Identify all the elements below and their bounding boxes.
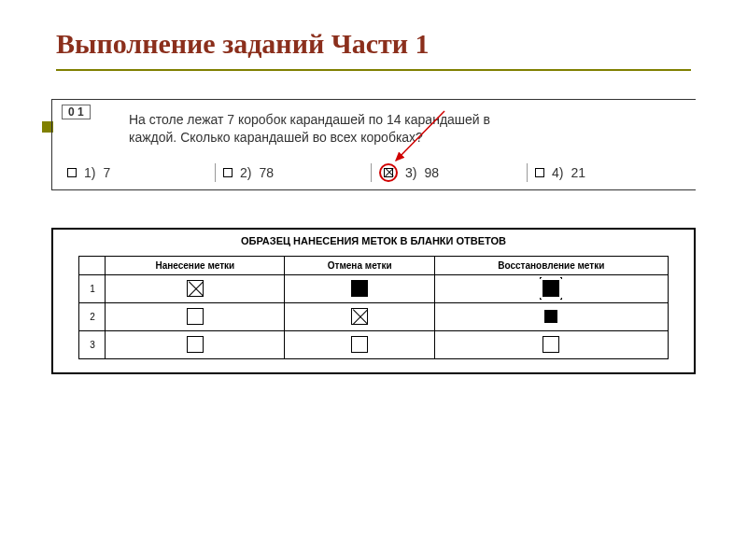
option-1[interactable]: 1) 7 <box>65 163 215 182</box>
option-value: 78 <box>259 165 274 180</box>
option-4[interactable]: 4) 21 <box>527 163 683 182</box>
row-label: 3 <box>79 330 106 358</box>
task-box: 0 1 На столе лежат 7 коробок карандашей … <box>51 99 696 190</box>
option-value: 98 <box>424 165 439 180</box>
option-3[interactable]: 3) 98 <box>371 163 527 182</box>
selected-circle-icon <box>379 163 398 182</box>
option-number: 3) <box>405 165 416 180</box>
sample-box: ОБРАЗЕЦ НАНЕСЕНИЯ МЕТОК В БЛАНКИ ОТВЕТОВ… <box>51 228 696 374</box>
mark-fill-icon <box>351 280 368 297</box>
option-number: 2) <box>240 165 251 180</box>
mark-empty-icon <box>187 336 204 353</box>
mark-fill-icon <box>544 310 557 323</box>
option-number: 1) <box>84 165 95 180</box>
table-row: 3 <box>79 330 668 358</box>
header-empty <box>79 256 106 274</box>
checkbox-icon <box>535 168 544 177</box>
task-number: 0 1 <box>62 105 91 119</box>
header-col3: Восстановление метки <box>435 256 669 274</box>
option-number: 4) <box>552 165 563 180</box>
table-row: 1 <box>79 274 668 302</box>
mark-restore-icon <box>543 280 559 297</box>
page-title: Выполнение заданий Части 1 <box>0 0 747 69</box>
option-value: 21 <box>571 165 585 180</box>
mark-empty-icon <box>543 336 559 353</box>
title-underline <box>56 69 691 71</box>
mark-x-icon <box>187 280 204 297</box>
checkbox-marked-icon <box>384 168 393 177</box>
sample-heading: ОБРАЗЕЦ НАНЕСЕНИЯ МЕТОК В БЛАНКИ ОТВЕТОВ <box>53 230 694 256</box>
checkbox-icon <box>223 168 233 177</box>
header-col2: Отмена метки <box>285 256 435 274</box>
option-2[interactable]: 2) 78 <box>215 163 371 182</box>
mark-empty-icon <box>187 308 204 325</box>
checkbox-icon <box>67 168 77 177</box>
options-row: 1) 7 2) 78 3) 98 4) 21 <box>65 163 683 186</box>
task-question: На столе лежат 7 коробок карандашей по 1… <box>129 111 683 147</box>
row-label: 2 <box>79 302 106 330</box>
option-value: 7 <box>103 165 110 180</box>
table-header-row: Нанесение метки Отмена метки Восстановле… <box>79 256 668 274</box>
mark-empty-icon <box>351 336 368 353</box>
table-row: 2 <box>79 302 668 330</box>
mark-x-icon <box>351 308 368 325</box>
row-label: 1 <box>79 274 106 302</box>
task-question-line1: На столе лежат 7 коробок карандашей по 1… <box>129 112 490 127</box>
task-question-line2: каждой. Сколько карандашей во всех короб… <box>129 130 423 145</box>
marks-table: Нанесение метки Отмена метки Восстановле… <box>78 256 668 359</box>
header-col1: Нанесение метки <box>106 256 285 274</box>
